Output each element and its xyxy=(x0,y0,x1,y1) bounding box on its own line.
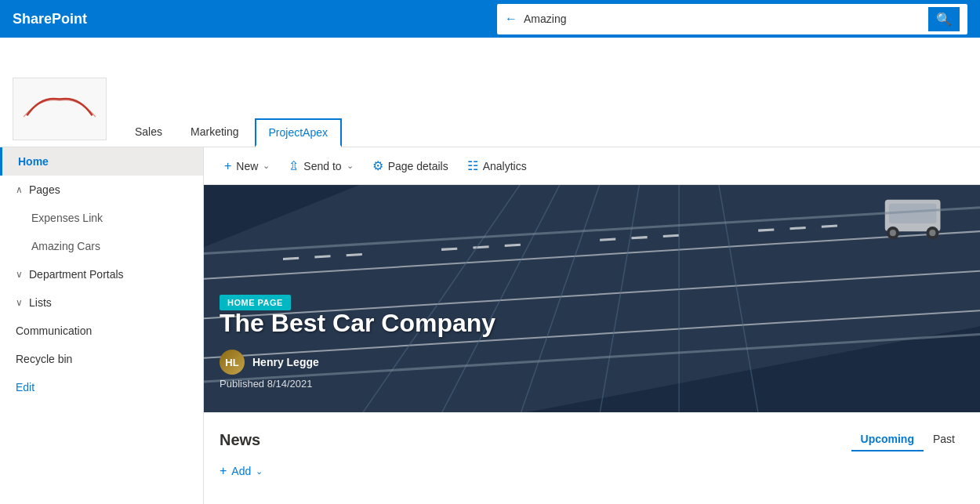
recycle-bin-label: Recycle bin xyxy=(16,353,72,365)
news-tab-upcoming[interactable]: Upcoming xyxy=(851,428,924,451)
analytics-label: Analytics xyxy=(483,160,527,172)
send-icon: ⇫ xyxy=(289,158,299,173)
chevron-dept-icon: ∨ xyxy=(16,269,23,280)
svg-point-18 xyxy=(890,230,896,236)
search-input[interactable] xyxy=(524,13,922,25)
hero-section: HOME PAGE The Best Car Company HL Henry … xyxy=(204,185,980,412)
dept-portals-label: Department Portals xyxy=(29,268,124,281)
site-tabs-bar: Sales Marketing ProjectApex xyxy=(0,38,980,147)
sidebar-item-amazing-cars[interactable]: Amazing Cars xyxy=(0,232,203,260)
settings-icon: ⚙ xyxy=(372,158,383,173)
news-add-chevron-icon: ⌄ xyxy=(256,466,263,477)
back-icon[interactable]: ← xyxy=(505,12,517,26)
sidebar-section-pages[interactable]: ∧ Pages xyxy=(0,176,203,204)
expenses-link-label: Expenses Link xyxy=(31,212,103,224)
author-avatar: HL xyxy=(220,350,245,375)
communication-label: Communication xyxy=(16,325,92,337)
new-label: New xyxy=(236,160,258,172)
amazing-cars-label: Amazing Cars xyxy=(31,240,100,252)
page-details-button[interactable]: ⚙ Page details xyxy=(365,154,456,178)
sidebar-item-edit[interactable]: Edit xyxy=(0,373,203,401)
new-chevron-icon: ⌄ xyxy=(263,161,270,171)
tab-project-apex[interactable]: ProjectApex xyxy=(255,118,342,147)
news-tabs: Upcoming Past xyxy=(851,428,964,451)
chevron-lists-icon: ∨ xyxy=(16,297,23,308)
lists-label: Lists xyxy=(29,296,52,309)
analytics-icon: ☷ xyxy=(467,158,478,173)
hero-title: The Best Car Company xyxy=(220,309,495,338)
tab-marketing[interactable]: Marketing xyxy=(178,119,251,147)
hero-background: HOME PAGE The Best Car Company HL Henry … xyxy=(204,185,980,412)
analytics-button[interactable]: ☷ Analytics xyxy=(459,154,535,178)
search-bar: ← 🔍 xyxy=(497,4,967,34)
author-initials: HL xyxy=(225,357,238,368)
send-to-label: Send to xyxy=(303,160,341,172)
sidebar-section-dept-portals[interactable]: ∨ Department Portals xyxy=(0,260,203,288)
hero-badge: HOME PAGE xyxy=(220,295,291,310)
new-button[interactable]: + New ⌄ xyxy=(216,154,278,178)
news-add-label: Add xyxy=(231,465,251,477)
news-plus-icon: + xyxy=(220,464,227,478)
chevron-pages-icon: ∧ xyxy=(16,184,23,195)
sidebar-item-recycle-bin[interactable]: Recycle bin xyxy=(0,345,203,373)
home-label: Home xyxy=(18,155,49,168)
news-section: News Upcoming Past + Add ⌄ xyxy=(204,412,980,481)
news-header: News Upcoming Past xyxy=(220,428,964,451)
road-overlay xyxy=(204,185,980,412)
search-button[interactable]: 🔍 xyxy=(928,7,960,31)
send-chevron-icon: ⌄ xyxy=(347,161,354,171)
author-name: Henry Legge xyxy=(252,356,319,368)
sidebar: Home ∧ Pages Expenses Link Amazing Cars … xyxy=(0,147,204,504)
site-nav-tabs: Sales Marketing ProjectApex xyxy=(122,38,345,147)
news-tab-past[interactable]: Past xyxy=(924,428,964,451)
command-bar: + New ⌄ ⇫ Send to ⌄ ⚙ Page details ☷ Ana… xyxy=(204,147,980,185)
site-logo-area xyxy=(13,78,107,140)
pages-label: Pages xyxy=(29,183,60,196)
news-add-button[interactable]: + Add ⌄ xyxy=(220,461,964,481)
main-layout: Home ∧ Pages Expenses Link Amazing Cars … xyxy=(0,147,980,504)
plus-icon: + xyxy=(224,159,231,173)
page-details-label: Page details xyxy=(388,160,448,172)
content-area: + New ⌄ ⇫ Send to ⌄ ⚙ Page details ☷ Ana… xyxy=(204,147,980,504)
tab-sales[interactable]: Sales xyxy=(122,119,175,147)
sidebar-item-home[interactable]: Home xyxy=(0,147,203,176)
sidebar-item-communication[interactable]: Communication xyxy=(0,317,203,345)
site-logo xyxy=(13,78,107,140)
sharepoint-logo: SharePoint xyxy=(13,11,87,27)
top-header: SharePoint ← 🔍 xyxy=(0,0,980,38)
news-title: News xyxy=(220,431,260,449)
hero-author: HL Henry Legge xyxy=(220,350,319,375)
edit-label: Edit xyxy=(16,381,34,393)
sidebar-item-expenses[interactable]: Expenses Link xyxy=(0,204,203,232)
send-to-button[interactable]: ⇫ Send to ⌄ xyxy=(281,154,361,178)
svg-point-20 xyxy=(929,230,935,236)
sidebar-section-lists[interactable]: ∨ Lists xyxy=(0,288,203,317)
hero-published: Published 8/14/2021 xyxy=(220,378,313,390)
